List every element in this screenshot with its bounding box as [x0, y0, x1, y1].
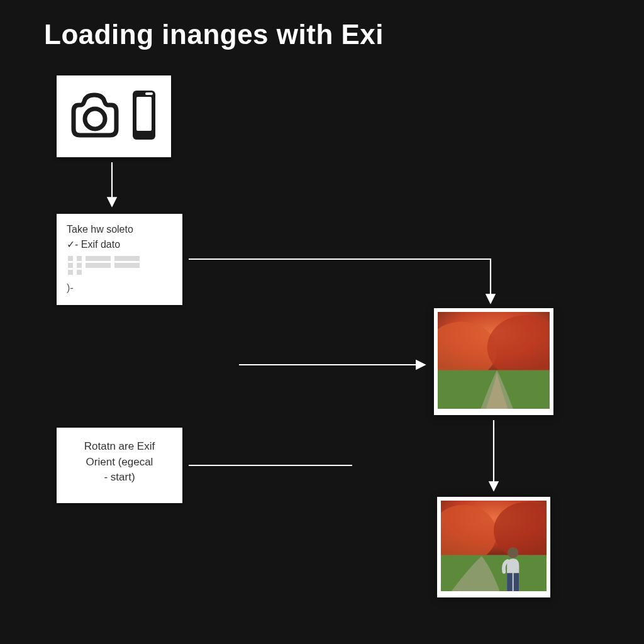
diagram-title: Loading inanges with Exi: [44, 19, 384, 50]
node-exif-data: Take hw soleto ✓- Exif dato )-: [57, 214, 182, 305]
rotate-line2: Orient (egecal: [65, 455, 174, 470]
photo-rotated: [437, 497, 550, 597]
node-rotate-orient: Rotatn are Exif Orient (egecal - start): [57, 428, 182, 503]
svg-rect-14: [514, 573, 519, 591]
node-camera-device: [57, 75, 171, 157]
exif-line1: Take hw soleto: [67, 223, 172, 236]
autumn-photo-icon: [438, 312, 550, 409]
exif-table-icon: [68, 256, 172, 275]
svg-point-12: [508, 547, 518, 558]
arrow-exif-to-photo1: [189, 259, 491, 303]
autumn-photo-person-icon: [441, 501, 547, 591]
svg-rect-2: [136, 97, 152, 131]
exif-line2: ✓- Exif dato: [67, 238, 172, 252]
photo-original: [434, 308, 553, 415]
exif-lastline: )-: [67, 281, 172, 295]
svg-point-0: [85, 109, 105, 129]
diagram-canvas: Loading inanges with Exi Take hw soleto …: [0, 0, 644, 644]
phone-icon: [130, 88, 158, 145]
camera-icon: [70, 90, 124, 143]
svg-rect-13: [507, 573, 513, 591]
svg-rect-3: [145, 92, 153, 95]
rotate-line1: Rotatn are Exif: [65, 439, 174, 455]
rotate-line3: - start): [65, 470, 174, 486]
